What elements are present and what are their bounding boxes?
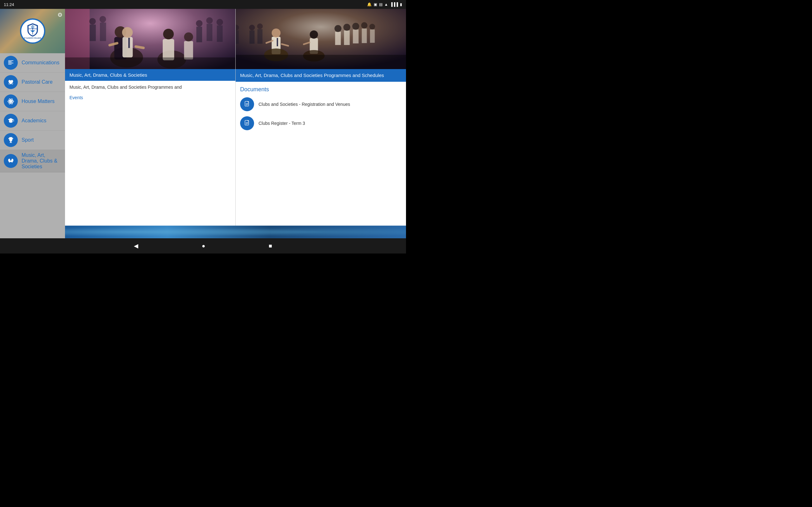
right-panel: Music, Art, Drama, Clubs and Societies P… [236, 9, 406, 238]
house-matters-icon [4, 95, 18, 108]
svg-point-32 [196, 20, 203, 26]
battery-icon: ▮ [400, 2, 402, 7]
bottom-strip [65, 226, 406, 238]
sport-icon [4, 133, 18, 147]
svg-rect-73 [248, 120, 249, 121]
svg-rect-27 [90, 25, 96, 41]
left-panel-content: Music, Art, Drama, Clubs and Societies P… [65, 81, 235, 238]
svg-rect-11 [9, 142, 12, 143]
svg-rect-50 [335, 32, 341, 45]
pastoral-care-icon [4, 75, 18, 89]
svg-point-59 [369, 24, 375, 30]
svg-rect-64 [236, 31, 239, 44]
doc-icon-2 [240, 116, 254, 130]
nav-bar: ◀ ● ■ [0, 238, 406, 253]
trophy-icon [7, 136, 14, 144]
svg-rect-25 [184, 41, 193, 59]
sidebar-header: ⚙ ST ALBAN'S COLLEGE [0, 9, 65, 53]
svg-rect-3 [8, 63, 14, 63]
right-panel-image [236, 9, 406, 69]
svg-point-18 [122, 27, 133, 38]
status-bar: 11:24 🔔 ▣ ▤ ▲ ▐▐▐ ▮ [0, 0, 406, 9]
svg-rect-33 [206, 24, 212, 41]
svg-point-34 [206, 17, 213, 24]
left-panel-text: Music, Art, Drama, Clubs and Societies P… [69, 84, 231, 90]
school-logo: ST ALBAN'S COLLEGE [20, 18, 45, 44]
signal-icon: ▐▐▐ [390, 2, 398, 7]
sim-icon: ▤ [379, 2, 383, 7]
file-icon-1 [244, 101, 250, 108]
communications-icon [4, 56, 18, 70]
svg-rect-35 [217, 25, 223, 42]
notification-icon-1: 🔔 [367, 2, 372, 7]
sidebar-item-academics[interactable]: Academics [0, 111, 65, 130]
svg-rect-10 [10, 142, 11, 143]
doc-item-1[interactable]: Clubs and Societies - Registration and V… [240, 97, 402, 111]
bottom-strip-inner [65, 226, 406, 238]
logo-shield-svg [27, 23, 38, 37]
pastoral-care-label: Pastoral Care [21, 79, 53, 85]
svg-point-55 [352, 23, 359, 30]
svg-rect-37 [65, 57, 235, 69]
svg-point-30 [100, 16, 106, 23]
svg-point-53 [344, 24, 351, 31]
content-area: Music, Art, Drama, Clubs & Societies Mus… [65, 9, 406, 238]
svg-point-28 [89, 18, 96, 25]
svg-rect-19 [128, 38, 130, 48]
svg-rect-1 [8, 60, 14, 61]
svg-rect-62 [258, 29, 263, 44]
svg-point-61 [249, 25, 255, 31]
settings-icon[interactable]: ⚙ [57, 11, 62, 18]
nav-recent-button[interactable]: ■ [269, 243, 272, 249]
svg-point-26 [184, 32, 193, 41]
sidebar-item-sport[interactable]: Sport [0, 130, 65, 150]
notification-icon-2: ▣ [374, 2, 377, 7]
sidebar: ⚙ ST ALBAN'S COLLEGE [0, 9, 65, 238]
status-time: 11:24 [4, 2, 14, 7]
music-art-label: Music, Art, Drama, Clubs & Societies [21, 153, 61, 170]
list-icon [7, 59, 14, 66]
main-container: ⚙ ST ALBAN'S COLLEGE [0, 9, 406, 238]
svg-rect-68 [248, 101, 249, 102]
svg-rect-52 [344, 31, 350, 45]
sidebar-item-house-matters[interactable]: House Matters [0, 92, 65, 111]
logo-text: ST ALBAN'S COLLEGE [24, 38, 41, 39]
music-art-icon [4, 154, 18, 168]
doc-label-1: Clubs and Societies - Registration and V… [258, 102, 350, 107]
svg-rect-17 [122, 37, 133, 58]
svg-rect-4 [8, 64, 12, 65]
svg-rect-42 [277, 38, 278, 46]
documents-heading: Documents [240, 86, 402, 93]
svg-point-57 [361, 22, 368, 29]
svg-rect-58 [370, 30, 375, 43]
status-icons: 🔔 ▣ ▤ ▲ ▐▐▐ ▮ [367, 2, 402, 7]
svg-point-5 [10, 101, 11, 102]
svg-rect-29 [100, 22, 106, 41]
wifi-icon: ▲ [385, 2, 388, 7]
events-link[interactable]: Events [69, 95, 83, 100]
nav-back-button[interactable]: ◀ [134, 242, 138, 249]
sidebar-item-pastoral-care[interactable]: Pastoral Care [0, 72, 65, 92]
communications-label: Communications [21, 60, 59, 66]
right-panel-title: Music, Art, Drama, Clubs and Societies P… [236, 69, 406, 82]
academics-label: Academics [21, 118, 46, 124]
doc-label-2: Clubs Register - Term 3 [258, 121, 305, 126]
doc-item-2[interactable]: Clubs Register - Term 3 [240, 116, 402, 130]
svg-point-41 [272, 29, 281, 38]
doc-icon-1 [240, 97, 254, 111]
svg-rect-21 [163, 39, 174, 60]
graduation-icon [7, 117, 14, 124]
right-panel-content: Documents Clubs and Societies - Registra… [236, 82, 406, 239]
academics-icon [4, 114, 18, 128]
sidebar-item-communications[interactable]: Communications [0, 53, 65, 72]
file-icon-2 [244, 120, 250, 127]
sidebar-item-music-art[interactable]: Music, Art, Drama, Clubs & Societies [0, 150, 65, 172]
atom-icon [7, 98, 14, 105]
svg-point-47 [310, 31, 318, 39]
masks-icon [7, 158, 14, 164]
nav-home-button[interactable]: ● [202, 243, 205, 249]
svg-point-36 [216, 19, 223, 26]
house-matters-label: House Matters [21, 99, 55, 104]
svg-rect-31 [196, 26, 202, 42]
svg-rect-54 [353, 30, 359, 43]
